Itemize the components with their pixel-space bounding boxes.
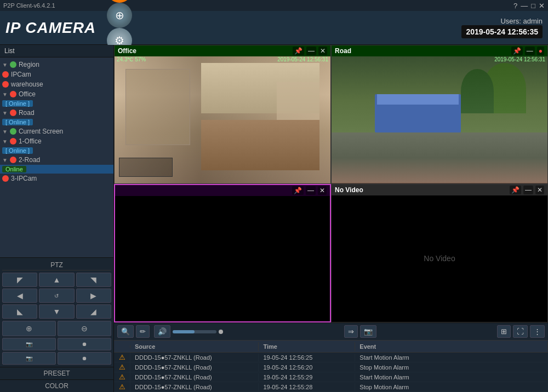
camera-image-office <box>115 56 330 183</box>
help-btn[interactable]: ? <box>513 2 517 10</box>
tree-item-2-road-online[interactable]: Online <box>0 165 113 174</box>
tree-item-road[interactable]: ▼Road <box>0 108 113 118</box>
video-header-novideo: No Video 📌 — ✕ <box>332 185 547 195</box>
ptz-zoom-in-btn[interactable]: ⊕ <box>2 321 56 336</box>
video-controls-novideo: 📌 — ✕ <box>510 186 544 194</box>
tree-item-3-ipcam[interactable]: 3-IPCam <box>0 174 113 183</box>
tree-item-1-office[interactable]: ▼1-Office <box>0 136 113 146</box>
header: IP CAMERA ●+▶⊕⚙🌐🔒⏻ Users: admin 2019-05-… <box>0 11 548 45</box>
event-time: 19-05-24 12:56:25 <box>259 354 355 361</box>
ptz-snap-btn[interactable]: 📷 <box>2 338 56 350</box>
datetime: 2019-05-24 12:56:35 <box>461 25 543 38</box>
video-minimize-btn-road[interactable]: — <box>525 47 535 55</box>
ptz-zoom-out-btn[interactable]: ⊖ <box>58 321 111 336</box>
video-title-novideo: No Video <box>335 186 363 194</box>
event-col-icon <box>114 345 130 348</box>
more-button[interactable]: ⋮ <box>530 325 545 338</box>
tree-item-road-online[interactable]: [ Online ] <box>0 118 113 126</box>
layout-full-button[interactable]: ⛶ <box>513 325 528 338</box>
window-controls[interactable]: ? — □ ✕ <box>513 2 545 10</box>
event-col-source: Source <box>130 342 259 351</box>
ptz-rec-btn[interactable]: ⏺ <box>58 338 111 350</box>
video-close-btn-road[interactable]: ● <box>537 47 544 55</box>
tree-item-office-online[interactable]: [ Online ] <box>0 99 113 108</box>
tree-item-2-road[interactable]: ▼2-Road <box>0 155 113 165</box>
video-minimize-btn-empty[interactable]: — <box>306 186 316 195</box>
preset-button[interactable]: PRESET <box>0 367 113 379</box>
user-info: Users: admin <box>461 17 543 25</box>
event-description: Start Motion Alarm <box>355 373 548 381</box>
no-video-text: No Video <box>424 254 455 263</box>
tree-item-ipcam[interactable]: IPCam <box>0 70 113 79</box>
close-btn[interactable]: ✕ <box>539 2 545 10</box>
event-row[interactable]: ⚠ DDDD-15●57-ZNKLL (Road) 19-05-24 12:56… <box>114 362 548 372</box>
pencil-button[interactable]: ✏ <box>136 325 150 338</box>
video-header-road: Road 📌 — ● <box>332 45 547 56</box>
sidebar-header: List <box>0 45 113 57</box>
app-logo: IP CAMERA <box>5 19 96 37</box>
event-time: 19-05-24 12:55:29 <box>259 373 355 381</box>
video-header-office: Office 📌 — ✕ <box>115 45 330 56</box>
video-close-btn-empty[interactable]: ✕ <box>318 186 327 195</box>
volume-button[interactable]: 🔊 <box>154 325 170 338</box>
event-source: DDDD-15●57-ZNKLL (Road) <box>130 364 259 371</box>
video-cell-office[interactable]: Office 📌 — ✕ 24.3℃ 57% 2019-05-24 12:56:… <box>114 45 331 184</box>
event-source: DDDD-15●57-ZNKLL (Road) <box>130 354 259 361</box>
volume-fill <box>173 330 195 333</box>
tree-item-1-office-online[interactable]: [ Online ] <box>0 146 113 155</box>
video-cell-novideo[interactable]: No Video 📌 — ✕ No Video <box>331 184 548 323</box>
tree-item-warehouse[interactable]: warehouse <box>0 79 113 89</box>
username: admin <box>523 17 543 25</box>
video-close-btn[interactable]: ✕ <box>318 47 327 55</box>
ptz-up-btn[interactable]: ▲ <box>39 273 74 287</box>
maximize-btn[interactable]: □ <box>531 2 535 10</box>
video-minimize-btn-novideo[interactable]: — <box>523 186 533 194</box>
ptz-down-right-btn[interactable]: ◢ <box>76 304 111 319</box>
event-row[interactable]: ⚠ DDDD-15●57-ZNKLL (Road) 19-05-24 12:55… <box>114 372 548 382</box>
video-controls-right: 📌 — ✕ <box>293 47 327 55</box>
ptz-left-btn[interactable]: ◀ <box>2 289 37 303</box>
ptz-center-btn[interactable]: ↺ <box>39 289 74 303</box>
user-label: Users: <box>500 17 521 25</box>
video-pin-btn-novideo[interactable]: 📌 <box>510 186 521 194</box>
volume-slider[interactable] <box>173 330 216 333</box>
event-source: DDDD-15●57-ZNKLL (Road) <box>130 383 259 391</box>
events-body: ⚠ DDDD-15●57-ZNKLL (Road) 19-05-24 12:56… <box>114 353 548 392</box>
event-row[interactable]: ⚠ DDDD-15●57-ZNKLL (Road) 19-05-24 12:55… <box>114 382 548 392</box>
ptz-up-left-btn[interactable]: ◤ <box>2 273 37 287</box>
ptz-label: PTZ <box>2 260 111 270</box>
ptz-right-btn[interactable]: ▶ <box>76 289 111 303</box>
video-controls-right-road: 📌 — ● <box>511 47 544 55</box>
titlebar: P2P Client-v6.4.2.1 ? — □ ✕ <box>0 0 548 11</box>
ptz-up-right-btn[interactable]: ◥ <box>76 273 111 287</box>
layout-4-button[interactable]: ⊞ <box>497 325 511 338</box>
ptz-down-left-btn[interactable]: ◣ <box>2 304 37 319</box>
video-pin-btn-empty[interactable]: 📌 <box>292 186 304 195</box>
video-black <box>115 196 330 322</box>
event-row[interactable]: ⚠ DDDD-15●57-ZNKLL (Road) 19-05-24 12:56… <box>114 353 548 362</box>
toolbar-record-button[interactable]: ⊕ <box>107 3 132 28</box>
ptz-rec2-btn[interactable]: ⏺ <box>58 352 111 365</box>
search-button[interactable]: 🔍 <box>117 325 134 338</box>
tree-item-current[interactable]: ▼Current Screen <box>0 126 113 136</box>
ptz-snap2-btn[interactable]: 📷 <box>2 352 56 365</box>
event-icon: ⚠ <box>114 372 130 382</box>
ptz-down-btn[interactable]: ▼ <box>39 304 74 319</box>
video-timestamp-office: 2019-05-24 12:56:31 <box>277 56 328 62</box>
capture-button[interactable]: 📷 <box>360 325 376 338</box>
video-cell-road[interactable]: Road 📌 — ● 2019-05-24 12:56:31 <box>331 45 548 184</box>
video-close-btn-novideo[interactable]: ✕ <box>535 186 544 194</box>
toolbar-play-button[interactable]: ▶ <box>107 0 132 3</box>
color-button[interactable]: COLOR <box>0 379 113 392</box>
video-pin-btn[interactable]: 📌 <box>293 47 304 55</box>
app-title: P2P Client-v6.4.2.1 <box>3 2 55 9</box>
snapshot-button[interactable]: ⇒ <box>344 325 358 338</box>
video-cell-empty[interactable]: 📌 — ✕ <box>114 184 331 323</box>
minimize-btn[interactable]: — <box>521 2 528 10</box>
video-controls-empty: 📌 — ✕ <box>292 186 327 195</box>
video-minimize-btn[interactable]: — <box>306 47 316 55</box>
tree-item-region[interactable]: ▼Region <box>0 60 113 70</box>
tree-item-office[interactable]: ▼Office <box>0 89 113 99</box>
volume-knob[interactable] <box>219 330 223 334</box>
video-pin-btn-road[interactable]: 📌 <box>511 47 523 55</box>
